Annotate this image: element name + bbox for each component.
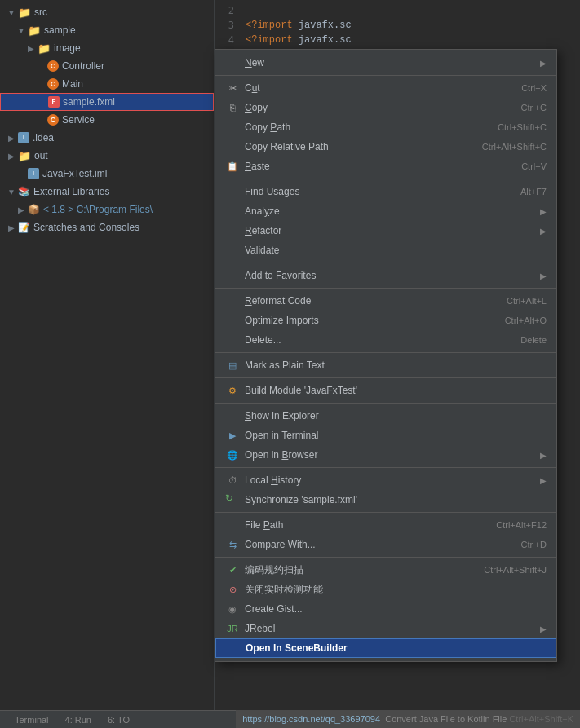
menu-item-mark-plain[interactable]: ▤ Mark as Plain Text: [215, 355, 556, 375]
tree-label: out: [34, 150, 48, 161]
tree-item-out[interactable]: ▶ 📁 out: [0, 147, 214, 165]
menu-item-validate[interactable]: Validate: [215, 240, 556, 260]
menu-item-optimize-imports[interactable]: Optimize Imports Ctrl+Alt+O: [215, 311, 556, 330]
chevron-right-icon: ▶: [7, 151, 16, 161]
submenu-arrow: ▶: [540, 476, 547, 485]
tab-run[interactable]: 4: Run: [57, 711, 100, 729]
menu-item-refactor[interactable]: Refactor ▶: [215, 221, 556, 240]
build-icon: ⚙: [225, 383, 240, 398]
menu-item-open-browser[interactable]: 🌐 Open in Browser ▶: [215, 445, 556, 465]
menu-item-encoding-scan[interactable]: ✔ 编码规约扫描 Ctrl+Alt+Shift+J: [215, 560, 556, 580]
shortcut: Ctrl+V: [521, 161, 547, 171]
menu-item-create-gist[interactable]: ◉ Create Gist...: [215, 599, 556, 619]
compare-icon: ⇆: [225, 537, 240, 552]
submenu-arrow: ▶: [540, 207, 547, 216]
menu-item-open-terminal[interactable]: ▶ Open in Terminal: [215, 426, 556, 445]
menu-label: Delete...: [245, 334, 504, 346]
menu-label: 关闭实时检测功能: [245, 583, 547, 597]
menu-item-file-path[interactable]: File Path Ctrl+Alt+F12: [215, 515, 556, 535]
tree-label: sample.fxml: [63, 96, 115, 108]
iml-icon: I: [28, 168, 39, 179]
menu-item-paste[interactable]: 📋 Paste Ctrl+V: [215, 157, 556, 176]
menu-label: Open In SceneBuilder: [246, 642, 546, 654]
menu-item-compare-with[interactable]: ⇆ Compare With... Ctrl+D: [215, 535, 556, 554]
menu-item-reformat[interactable]: Reformat Code Ctrl+Alt+L: [215, 291, 556, 311]
shortcut: Delete: [520, 335, 547, 345]
menu-item-copy[interactable]: ⎘ Copy Ctrl+C: [215, 98, 556, 117]
tree-label: JavaFxTest.iml: [42, 168, 107, 179]
menu-label: JRebel: [245, 623, 534, 634]
menu-separator: [215, 288, 556, 289]
copy-rel-icon: [225, 139, 240, 154]
shortcut: Ctrl+Alt+F12: [496, 520, 547, 530]
menu-item-add-favorites[interactable]: Add to Favorites ▶: [215, 266, 556, 285]
menu-item-copy-path[interactable]: Copy Path Ctrl+Shift+C: [215, 117, 556, 137]
chevron-right-icon: ▶: [7, 223, 16, 232]
tab-run-label: 4: Run: [65, 715, 91, 725]
tree-label: src: [34, 7, 47, 18]
menu-label: Copy Relative Path: [245, 141, 466, 152]
menu-item-analyze[interactable]: Analyze ▶: [215, 201, 556, 221]
submenu-arrow: ▶: [540, 271, 547, 280]
tree-label: Main: [62, 78, 83, 90]
tree-item-service[interactable]: C Service: [0, 111, 214, 129]
menu-item-cut[interactable]: ✂ Cut Ctrl+X: [215, 78, 556, 98]
menu-separator: [215, 352, 556, 353]
chevron-right-icon: ▶: [7, 133, 16, 143]
lib-icon: 📚: [18, 186, 30, 197]
tree-item-idea[interactable]: ▶ I .idea: [0, 129, 214, 147]
sync-icon: ↻: [225, 492, 240, 507]
menu-item-build-module[interactable]: ⚙ Build Module 'JavaFxTest': [215, 381, 556, 400]
tree-item-ext-libs[interactable]: ▼ 📚 External Libraries: [0, 183, 214, 201]
menu-label: Reformat Code: [245, 295, 490, 307]
menu-item-local-history[interactable]: ⏱ Local History ▶: [215, 470, 556, 490]
code-line: <?import javafx.sc: [246, 18, 573, 33]
tree-item-iml[interactable]: I JavaFxTest.iml: [0, 165, 214, 183]
menu-label: Compare With...: [245, 539, 505, 550]
menu-label: Local History: [245, 474, 534, 486]
menu-label: Show in Explorer: [245, 410, 547, 421]
tree-item-sample-fxml[interactable]: F sample.fxml: [0, 93, 214, 111]
tree-item-java18[interactable]: ▶ 📦 < 1.8 > C:\Program Files\: [0, 201, 214, 218]
menu-label: Refactor: [245, 225, 534, 236]
shortcut: Ctrl+X: [521, 83, 547, 93]
menu-item-new[interactable]: New ▶: [215, 53, 556, 73]
menu-separator: [215, 263, 556, 263]
tree-item-src[interactable]: ▼ 📁 src: [0, 3, 214, 21]
menu-label: 编码规约扫描: [245, 563, 467, 577]
menu-label: Copy: [245, 102, 505, 113]
tab-todo[interactable]: 6: TO: [100, 711, 138, 729]
menu-item-show-explorer[interactable]: Show in Explorer: [215, 406, 556, 426]
scissors-icon: ✂: [225, 81, 240, 95]
tree-item-scratches[interactable]: ▶ 📝 Scratches and Consoles: [0, 218, 214, 236]
jar-icon: 📦: [28, 204, 40, 215]
copy-icon: ⎘: [225, 100, 240, 115]
menu-item-find-usages[interactable]: Find Usages Alt+F7: [215, 182, 556, 201]
chevron-down-icon: ▼: [7, 7, 16, 17]
menu-item-jrebel[interactable]: JR JRebel ▶: [215, 619, 556, 638]
menu-item-open-scenebuilder[interactable]: Open In SceneBuilder: [215, 638, 556, 658]
submenu-arrow: ▶: [540, 624, 547, 633]
menu-label: Find Usages: [245, 186, 504, 197]
folder-icon: 📁: [18, 7, 31, 19]
menu-item-close-realtime[interactable]: ⊘ 关闭实时检测功能: [215, 580, 556, 599]
tab-terminal[interactable]: Terminal: [7, 711, 57, 729]
menu-label: Create Gist...: [245, 603, 547, 615]
menu-item-copy-rel-path[interactable]: Copy Relative Path Ctrl+Alt+Shift+C: [215, 137, 556, 157]
tree-label: Scratches and Consoles: [33, 222, 139, 233]
refactor-icon: [225, 223, 240, 238]
terminal-icon: ▶: [225, 428, 240, 443]
tree-item-main[interactable]: C Main: [0, 75, 214, 93]
menu-separator: [215, 403, 556, 404]
chevron-right-icon: ▶: [16, 205, 26, 214]
menu-separator: [215, 75, 556, 76]
menu-label: Paste: [245, 161, 505, 172]
menu-item-synchronize[interactable]: ↻ Synchronize 'sample.fxml': [215, 490, 556, 510]
explorer-icon: [225, 408, 240, 423]
submenu-arrow: ▶: [540, 227, 547, 236]
tree-item-image[interactable]: ▶ 📁 image: [0, 39, 214, 57]
tree-item-sample[interactable]: ▼ 📁 sample: [0, 21, 214, 39]
menu-item-delete[interactable]: Delete... Delete: [215, 330, 556, 350]
tree-item-controller[interactable]: C Controller: [0, 57, 214, 75]
optimize-icon: [225, 313, 240, 328]
